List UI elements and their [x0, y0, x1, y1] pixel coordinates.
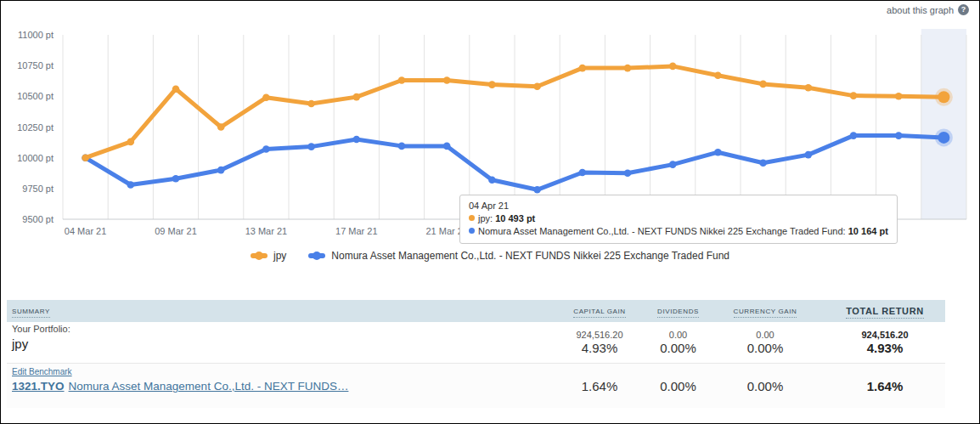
benchmark-ticker-link[interactable]: 1321.TYO: [12, 380, 65, 393]
total-return-percent: 1.64%: [825, 379, 945, 393]
benchmark-label-cell: Edit Benchmark 1321.TYONomura Asset Mana…: [7, 364, 549, 408]
capital-gain-amount: 924,516.20: [549, 330, 651, 340]
legend-label: Nomura Asset Management Co.,Ltd. - NEXT …: [331, 250, 729, 262]
dividends-percent: 0.00%: [651, 379, 706, 393]
dividends-cell: 0.00 0.00%: [651, 322, 706, 363]
total-return-percent: 4.93%: [825, 341, 945, 355]
col-header-total-return[interactable]: TOTAL RETURN: [825, 306, 945, 316]
legend-item-jpy[interactable]: jpy: [251, 250, 286, 262]
currency-gain-cell: 0.00%: [706, 364, 825, 408]
col-header-capital-gain[interactable]: CAPITAL GAIN: [549, 308, 651, 315]
benchmark-name-link[interactable]: Nomura Asset Management Co.,Ltd. - NEXT …: [69, 380, 349, 393]
series-dot-icon: [469, 228, 475, 234]
chart-tooltip: 04 Apr 21 jpy: 10 493 pt Nomura Asset Ma…: [459, 195, 898, 244]
legend-item-benchmark[interactable]: Nomura Asset Management Co.,Ltd. - NEXT …: [308, 250, 729, 262]
legend-label: jpy: [273, 250, 286, 262]
tooltip-series-label: jpy:: [478, 213, 493, 223]
capital-gain-cell: 924,516.20 4.93%: [549, 322, 651, 363]
svg-text:9500 pt: 9500 pt: [22, 214, 54, 224]
total-return-cell: 924,516.20 4.93%: [825, 322, 945, 363]
portfolio-caption: Your Portfolio:: [12, 324, 549, 334]
svg-text:10500 pt: 10500 pt: [17, 91, 54, 101]
svg-text:11000 pt: 11000 pt: [18, 30, 54, 40]
svg-text:10750 pt: 10750 pt: [17, 60, 54, 71]
currency-gain-amount: 0.00: [706, 330, 825, 340]
capital-gain-percent: 4.93%: [549, 341, 651, 355]
col-header-summary[interactable]: SUMMARY: [7, 308, 549, 315]
svg-text:17 Mar 21: 17 Mar 21: [335, 226, 378, 236]
total-return-amount: 924,516.20: [825, 330, 945, 340]
svg-text:10000 pt: 10000 pt: [17, 153, 54, 163]
capital-gain-percent: 1.64%: [549, 379, 651, 393]
svg-text:9750 pt: 9750 pt: [22, 184, 54, 194]
tooltip-series-jpy: jpy: 10 493 pt: [469, 212, 888, 225]
total-return-cell: 1.64%: [825, 364, 945, 408]
tooltip-series-value: 10 493 pt: [495, 213, 535, 223]
currency-gain-percent: 0.00%: [706, 379, 825, 393]
summary-table: SUMMARY CAPITAL GAIN DIVIDENDS CURRENCY …: [7, 300, 945, 408]
tooltip-series-label: Nomura Asset Management Co.,Ltd. - NEXT …: [478, 226, 846, 236]
edit-benchmark-link[interactable]: Edit Benchmark: [12, 367, 72, 376]
col-header-dividends[interactable]: DIVIDENDS: [651, 308, 706, 315]
chart-legend: jpy Nomura Asset Management Co.,Ltd. - N…: [1, 250, 979, 262]
svg-text:09 Mar 21: 09 Mar 21: [155, 226, 197, 236]
line-marker-icon: [251, 252, 268, 260]
col-header-currency-gain[interactable]: CURRENCY GAIN: [706, 308, 825, 315]
tooltip-date: 04 Apr 21: [469, 200, 888, 212]
tooltip-series-benchmark: Nomura Asset Management Co.,Ltd. - NEXT …: [469, 225, 888, 238]
series-dot-icon: [469, 215, 475, 221]
currency-gain-cell: 0.00 0.00%: [706, 322, 825, 363]
portfolio-label-cell: Your Portfolio: jpy: [7, 322, 549, 363]
table-row-portfolio: Your Portfolio: jpy 924,516.20 4.93% 0.0…: [7, 322, 945, 363]
dividends-percent: 0.00%: [651, 341, 706, 355]
table-row-benchmark: Edit Benchmark 1321.TYONomura Asset Mana…: [7, 363, 945, 408]
svg-text:13 Mar 21: 13 Mar 21: [245, 226, 288, 236]
capital-gain-cell: 1.64%: [549, 364, 651, 408]
svg-text:04 Mar 21: 04 Mar 21: [65, 226, 107, 236]
portfolio-name: jpy: [12, 336, 549, 351]
currency-gain-percent: 0.00%: [706, 341, 825, 355]
dividends-amount: 0.00: [651, 330, 706, 340]
tooltip-series-value: 10 164 pt: [848, 226, 888, 236]
line-marker-icon: [308, 252, 325, 260]
svg-text:10250 pt: 10250 pt: [17, 122, 54, 133]
dividends-cell: 0.00%: [651, 364, 706, 408]
summary-table-header: SUMMARY CAPITAL GAIN DIVIDENDS CURRENCY …: [7, 300, 945, 322]
